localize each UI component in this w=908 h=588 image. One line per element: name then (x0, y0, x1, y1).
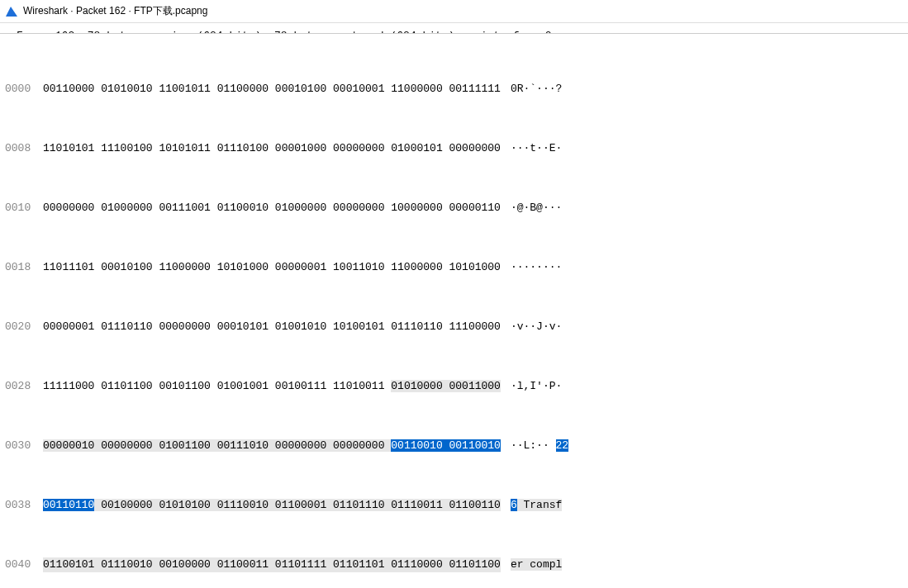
selected-ascii: 22 (556, 439, 569, 452)
bytes-offset: 0038 (5, 498, 43, 513)
packet-bytes-pane[interactable]: 0000 00110000 01010010 11001011 01100000… (0, 34, 908, 588)
bytes-row[interactable]: 0020 00000001 01110110 00000000 00010101… (5, 320, 903, 334)
selected-bytes: 00110110 (43, 499, 94, 511)
bytes-ascii: ···t··E· (501, 141, 562, 156)
bytes-ascii: ·v··J·v· (501, 320, 562, 334)
bytes-offset: 0030 (5, 439, 43, 453)
bytes-bits: 00000001 01110110 00000000 00010101 0100… (43, 320, 501, 334)
bytes-row[interactable]: 0008 11010101 11100100 10101011 01110100… (5, 141, 903, 156)
packet-detail-pane[interactable]: ›Frame 162: 78 bytes on wire (624 bits),… (0, 23, 908, 34)
bytes-offset: 0020 (5, 320, 43, 334)
bytes-ascii: 0R·`···? (501, 82, 562, 97)
bytes-bits: 00000010 00000000 01001100 00111010 0000… (43, 439, 501, 453)
bytes-row[interactable]: 0030 00000010 00000000 01001100 00111010… (5, 439, 903, 453)
wireshark-logo-icon (5, 5, 18, 18)
window-title: Wireshark · Packet 162 · FTP下载.pcapng (23, 4, 207, 18)
bytes-bits: 11111000 01101100 00101100 01001001 0010… (43, 379, 501, 394)
bytes-offset: 0018 (5, 260, 43, 275)
bytes-row[interactable]: 0000 00110000 01010010 11001011 01100000… (5, 82, 903, 97)
bytes-bits: 11010101 11100100 10101011 01110100 0000… (43, 141, 501, 156)
bytes-ascii: ··L:·· 22 (501, 439, 568, 453)
bytes-row[interactable]: 0040 01100101 01110010 00100000 01100011… (5, 557, 903, 572)
bytes-ascii: ·@·B@··· (501, 201, 562, 216)
bytes-row[interactable]: 0028 11111000 01101100 00101100 01001001… (5, 379, 903, 394)
bytes-ascii: er compl (501, 557, 562, 572)
bytes-offset: 0040 (5, 557, 43, 572)
titlebar: Wireshark · Packet 162 · FTP下载.pcapng (0, 0, 908, 23)
bytes-bits: 00110110 00100000 01010100 01110010 0110… (43, 498, 501, 513)
bytes-bits: 01100101 01110010 00100000 01100011 0110… (43, 557, 501, 572)
bytes-row[interactable]: 0010 00000000 01000000 00111001 01100010… (5, 201, 903, 216)
detail-frame[interactable]: ›Frame 162: 78 bytes on wire (624 bits),… (0, 28, 908, 34)
expand-icon[interactable]: › (5, 28, 17, 34)
bytes-offset: 0000 (5, 82, 43, 97)
selected-bytes: 00110010 00110010 (391, 439, 501, 452)
bytes-bits: 00000000 01000000 00111001 01100010 0100… (43, 201, 501, 216)
bytes-bits: 11011101 00010100 11000000 10101000 0000… (43, 260, 501, 275)
bytes-ascii: 6 Transf (501, 498, 562, 513)
bytes-row[interactable]: 0038 00110110 00100000 01010100 01110010… (5, 498, 903, 513)
bytes-ascii: ········ (501, 260, 562, 275)
bytes-offset: 0008 (5, 141, 43, 156)
bytes-bits: 00110000 01010010 11001011 01100000 0001… (43, 82, 501, 97)
bytes-offset: 0010 (5, 201, 43, 216)
bytes-ascii: ·l,I'·P· (501, 379, 562, 394)
bytes-row[interactable]: 0018 11011101 00010100 11000000 10101000… (5, 260, 903, 275)
selected-ascii: 6 (511, 499, 517, 511)
bytes-offset: 0028 (5, 379, 43, 394)
